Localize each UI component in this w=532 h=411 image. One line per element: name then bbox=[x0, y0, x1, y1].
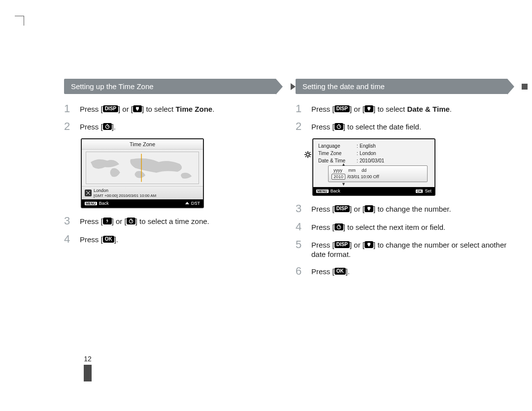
ok-icon: OK bbox=[334, 268, 346, 275]
menu-pill: MENU bbox=[85, 202, 97, 205]
screen-city: London bbox=[94, 188, 156, 193]
step-text: Press [DISP] or [] to select Time Zone. bbox=[80, 103, 214, 114]
step-text: Press [DISP] or [] to change the number … bbox=[311, 239, 507, 259]
gear-icon bbox=[304, 151, 311, 158]
timer-right-icon bbox=[103, 123, 112, 130]
screen-body bbox=[82, 150, 203, 186]
step-number: 3 bbox=[64, 215, 73, 227]
macro-down-icon bbox=[365, 241, 373, 248]
chevron-up-icon bbox=[185, 202, 189, 204]
ok-pill: OK bbox=[416, 190, 423, 193]
ok-icon: OK bbox=[103, 236, 114, 243]
svg-line-13 bbox=[305, 152, 306, 153]
step-number: 5 bbox=[296, 239, 304, 251]
timer-right-icon bbox=[334, 223, 343, 230]
step-number: 1 bbox=[296, 103, 304, 115]
date-rest: /03/01 10:00 Off bbox=[347, 174, 379, 179]
world-map bbox=[86, 152, 199, 184]
disp-icon: DISP bbox=[103, 105, 118, 112]
screen-location-row: London [GMT +00:00] 2010/03/01 10:00 AM bbox=[82, 186, 203, 199]
date-values: 2010 /03/01 10:00 Off bbox=[332, 174, 424, 180]
disp-icon: DISP bbox=[334, 205, 350, 212]
step-number: 4 bbox=[296, 221, 304, 233]
right-column: Setting the date and time 1 Press [DISP]… bbox=[296, 79, 507, 283]
step-number: 4 bbox=[64, 233, 73, 245]
macro-down-icon bbox=[365, 105, 373, 112]
section-header-timezone: Setting up the Time Zone bbox=[64, 79, 276, 94]
step-text: Press [OK]. bbox=[311, 265, 350, 277]
step-number: 6 bbox=[296, 265, 304, 277]
step: 6 Press [OK]. bbox=[296, 265, 507, 277]
settings-key: Date & Time bbox=[318, 158, 357, 163]
step: 2 Press [] to select the date field. bbox=[296, 121, 507, 132]
screen-title: Time Zone bbox=[82, 139, 203, 150]
step-text: Press [] to select the next item or fiel… bbox=[311, 221, 445, 232]
screen-back: MENUBack bbox=[85, 201, 109, 206]
page-number-text: 12 bbox=[84, 355, 92, 363]
settings-key: Language bbox=[318, 143, 357, 149]
screen-dst: DST bbox=[185, 201, 200, 206]
steps-list: 1 Press [DISP] or [] to select Date & Ti… bbox=[296, 103, 507, 132]
flash-left-icon bbox=[103, 218, 112, 224]
camera-screen-timezone: Time Zone bbox=[81, 138, 204, 208]
svg-line-16 bbox=[309, 152, 310, 153]
world-map-svg bbox=[86, 153, 199, 183]
date-format-labels: yyyy mm dd bbox=[332, 168, 424, 173]
settings-row: Language:English bbox=[318, 142, 430, 150]
menu-pill: MENU bbox=[316, 190, 329, 193]
steps-list: 1 Press [DISP] or [] to select Time Zone… bbox=[64, 103, 276, 132]
settings-value: 2010/03/01 bbox=[360, 158, 430, 163]
settings-value: English bbox=[360, 143, 430, 149]
settings-row: Time Zone:London bbox=[318, 150, 430, 157]
macro-down-icon bbox=[133, 105, 142, 112]
home-icon bbox=[85, 190, 92, 196]
page-number: 12 bbox=[84, 355, 92, 381]
section-header-label: Setting up the Time Zone bbox=[71, 82, 154, 91]
section-header-datetime: Setting the date and time bbox=[296, 79, 507, 94]
svg-line-15 bbox=[305, 156, 306, 157]
step: 4 Press [OK]. bbox=[64, 233, 276, 245]
page-number-bar bbox=[84, 365, 92, 381]
disp-icon: DISP bbox=[334, 105, 350, 112]
step-number: 2 bbox=[296, 121, 304, 132]
crop-mark bbox=[24, 16, 24, 26]
step: 3 Press [DISP] or [] to change the numbe… bbox=[296, 203, 507, 215]
svg-point-8 bbox=[306, 153, 309, 156]
svg-rect-5 bbox=[131, 219, 132, 220]
settings-key: Time Zone bbox=[318, 151, 357, 156]
step-text: Press [] to select the date field. bbox=[311, 121, 421, 132]
step: 4 Press [] to select the next item or fi… bbox=[296, 221, 507, 233]
end-icon bbox=[521, 83, 528, 90]
crop-mark bbox=[15, 16, 24, 16]
step: 3 Press [] or [] to select a time zone. bbox=[64, 215, 276, 227]
step-number: 1 bbox=[64, 103, 73, 115]
step: 1 Press [DISP] or [] to select Time Zone… bbox=[64, 103, 276, 115]
step-number: 2 bbox=[64, 121, 73, 132]
settings-list: Language:English Time Zone:London Date &… bbox=[313, 139, 434, 187]
disp-icon: DISP bbox=[334, 241, 350, 248]
screen-bottom-bar: MENUBack DST bbox=[82, 199, 203, 207]
chevron-down-icon: ▼ bbox=[341, 182, 346, 187]
screen-back: MENUBack bbox=[316, 189, 340, 193]
step-text: Press [DISP] or [] to select Date & Time… bbox=[311, 103, 452, 114]
step-text: Press [DISP] or [] to change the number. bbox=[311, 203, 451, 214]
manual-page: Setting up the Time Zone 1 Press [DISP] … bbox=[0, 0, 532, 411]
step-text: Press [] or [] to select a time zone. bbox=[80, 215, 209, 226]
camera-screen-datetime: Language:English Time Zone:London Date &… bbox=[312, 138, 435, 196]
step-text: Press [OK]. bbox=[80, 233, 118, 245]
year-selected: 2010 bbox=[332, 174, 345, 180]
chevron-up-icon: ▲ bbox=[341, 162, 346, 167]
svg-rect-7 bbox=[338, 125, 339, 125]
settings-value: London bbox=[360, 151, 430, 156]
steps-list: 3 Press [DISP] or [] to change the numbe… bbox=[296, 203, 507, 277]
step: 1 Press [DISP] or [] to select Date & Ti… bbox=[296, 103, 507, 115]
step-number: 3 bbox=[296, 203, 304, 215]
settings-row: Date & Time:2010/03/01 bbox=[318, 157, 430, 164]
timer-right-icon bbox=[334, 123, 343, 130]
steps-list: 3 Press [] or [] to select a time zone. … bbox=[64, 215, 276, 245]
screen-set: OKSet bbox=[416, 189, 432, 193]
step: 2 Press []. bbox=[64, 121, 276, 132]
screen-gmt: [GMT +00:00] 2010/03/01 10:00 AM bbox=[94, 193, 156, 198]
date-edit-box: ▲ yyyy mm dd 2010 /03/01 10:00 Off ▼ bbox=[328, 165, 428, 182]
svg-line-14 bbox=[309, 156, 310, 157]
